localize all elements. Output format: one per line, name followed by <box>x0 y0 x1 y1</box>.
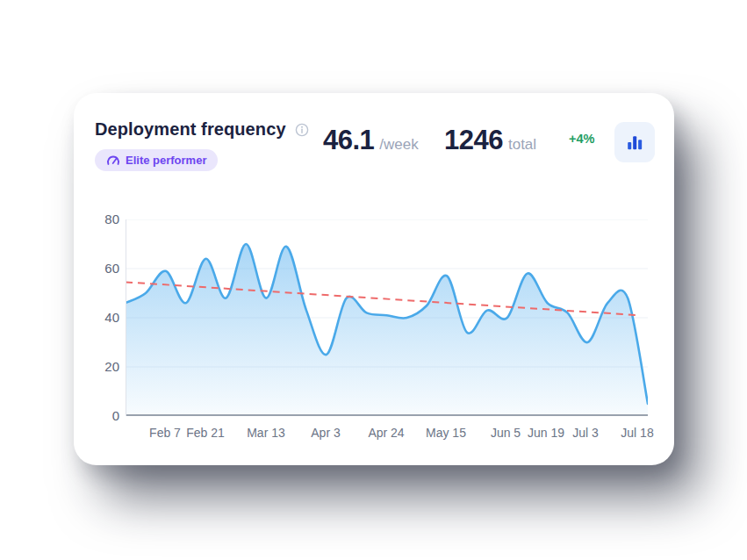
total-stat: 1246 total <box>444 125 536 156</box>
y-tick-label: 60 <box>74 261 119 276</box>
info-icon[interactable] <box>295 123 309 137</box>
rate-value: 46.1 <box>323 125 374 156</box>
x-tick-label: May 15 <box>415 425 477 441</box>
card-title-row: Deployment frequency <box>95 119 309 140</box>
deployment-frequency-chart <box>126 219 648 416</box>
y-tick-label: 20 <box>74 359 119 375</box>
status-badge-label: Elite performer <box>126 154 206 167</box>
bar-chart-button[interactable] <box>614 122 655 162</box>
y-tick-label: 0 <box>74 408 119 424</box>
gauge-icon <box>106 154 120 166</box>
area-fill <box>126 244 648 416</box>
deployment-frequency-card: Deployment frequency Elite performer 46.… <box>74 93 674 465</box>
bar-chart-icon <box>625 133 644 152</box>
x-tick-label: Feb 21 <box>175 425 236 441</box>
x-tick-label: Jul 18 <box>607 425 668 441</box>
y-tick-label: 40 <box>74 310 119 326</box>
delta-badge: +4% <box>569 132 594 146</box>
status-badge: Elite performer <box>95 149 218 171</box>
x-tick-label: Apr 3 <box>295 425 356 441</box>
rate-stat: 46.1 /week <box>323 125 419 156</box>
total-unit: total <box>508 136 536 154</box>
x-tick-label: Mar 13 <box>235 425 297 441</box>
y-tick-label: 80 <box>74 212 119 227</box>
card-title: Deployment frequency <box>95 119 286 140</box>
total-value: 1246 <box>444 125 503 156</box>
x-tick-label: Apr 24 <box>356 425 417 441</box>
rate-unit: /week <box>379 136 418 154</box>
